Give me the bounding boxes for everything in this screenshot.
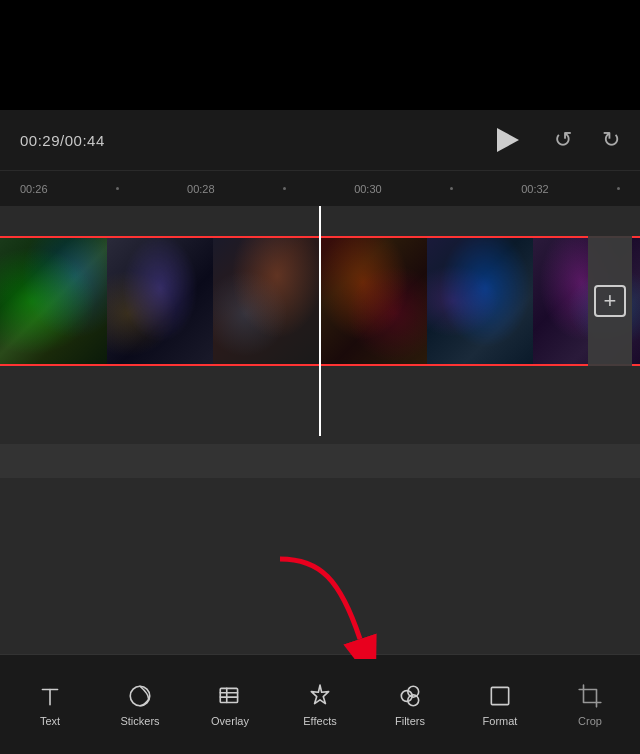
stickers-icon: [127, 683, 153, 709]
toolbar-label-format: Format: [483, 715, 518, 727]
bottom-toolbar: Text Stickers Overlay Effects Filt: [0, 654, 640, 754]
film-frame-3: [213, 238, 320, 364]
play-icon: [497, 128, 519, 152]
ruler-dot-2: [283, 187, 286, 190]
ruler-mark-2: 00:30: [354, 183, 382, 195]
effects-icon: [307, 683, 333, 709]
ruler-content: 00:26 00:28 00:30 00:32: [0, 183, 640, 195]
film-frame-4: [320, 238, 427, 364]
controls-bar: 00:29/00:44 ↺ ↻: [0, 110, 640, 170]
toolbar-label-overlay: Overlay: [211, 715, 249, 727]
format-icon: [487, 683, 513, 709]
toolbar-item-effects[interactable]: Effects: [290, 675, 350, 735]
redo-button[interactable]: ↻: [602, 127, 620, 153]
film-frame-2: [107, 238, 214, 364]
ruler-label-2: 00:30: [354, 183, 382, 195]
middle-area: [0, 486, 640, 654]
ruler-mark-0: 00:26: [20, 183, 48, 195]
toolbar-label-stickers: Stickers: [120, 715, 159, 727]
toolbar-item-text[interactable]: Text: [20, 675, 80, 735]
svg-rect-4: [220, 688, 237, 702]
toolbar-item-format[interactable]: Format: [470, 675, 530, 735]
ruler-dot-3: [450, 187, 453, 190]
ruler-dot-4: [617, 187, 620, 190]
ruler-label-0: 00:26: [20, 183, 48, 195]
undo-button[interactable]: ↺: [554, 127, 572, 153]
empty-track-inner: [0, 444, 640, 478]
playhead: [319, 206, 321, 436]
text-icon: [37, 683, 63, 709]
ruler-dot-1: [116, 187, 119, 190]
filters-icon: [397, 683, 423, 709]
film-frame-5: [427, 238, 534, 364]
toolbar-item-stickers[interactable]: Stickers: [110, 675, 170, 735]
ruler-label-3: 00:32: [521, 183, 549, 195]
toolbar-label-filters: Filters: [395, 715, 425, 727]
toolbar-item-crop[interactable]: Crop: [560, 675, 620, 735]
ruler-mark-3: 00:32: [521, 183, 549, 195]
toolbar-label-effects: Effects: [303, 715, 336, 727]
film-frame-1: [0, 238, 107, 364]
timeline-ruler: 00:26 00:28 00:30 00:32: [0, 170, 640, 206]
toolbar-item-overlay[interactable]: Overlay: [200, 675, 260, 735]
control-icons: ↺ ↻: [492, 124, 620, 156]
ruler-label-1: 00:28: [187, 183, 215, 195]
add-icon: +: [594, 285, 626, 317]
ruler-mark-1: 00:28: [187, 183, 215, 195]
toolbar-label-text: Text: [40, 715, 60, 727]
overlay-icon: [217, 683, 243, 709]
toolbar-label-crop: Crop: [578, 715, 602, 727]
toolbar-item-filters[interactable]: Filters: [380, 675, 440, 735]
empty-track: [0, 436, 640, 486]
time-display: 00:29/00:44: [20, 132, 105, 149]
top-black-area: [0, 0, 640, 110]
crop-icon: [577, 683, 603, 709]
add-media-button[interactable]: +: [588, 236, 632, 366]
play-button[interactable]: [492, 124, 524, 156]
svg-rect-11: [491, 687, 508, 704]
film-area: +: [0, 206, 640, 436]
